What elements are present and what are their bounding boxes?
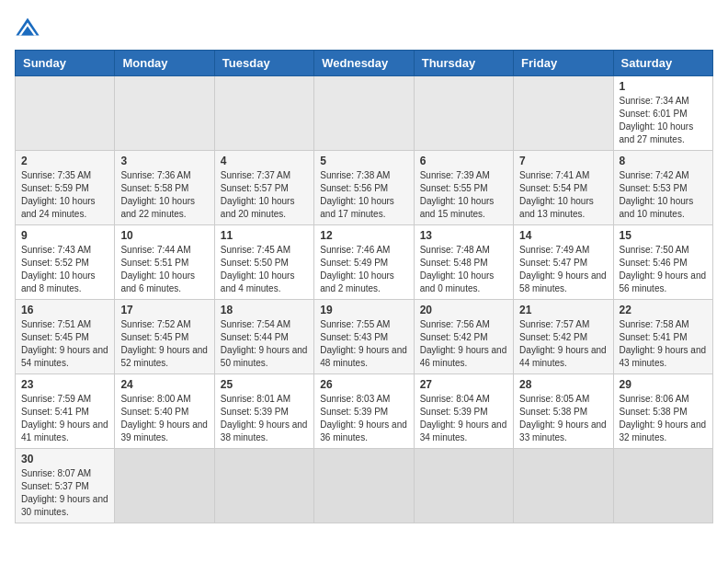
day-number: 26 — [320, 378, 407, 391]
day-cell — [613, 449, 712, 523]
header-day-sunday: Sunday — [16, 51, 115, 76]
header-day-wednesday: Wednesday — [314, 51, 414, 76]
day-number: 6 — [420, 155, 507, 167]
day-number: 2 — [21, 155, 108, 167]
day-cell: 26Sunrise: 8:03 AM Sunset: 5:39 PM Dayli… — [314, 374, 414, 449]
day-info: Sunrise: 7:44 AM Sunset: 5:51 PM Dayligh… — [120, 244, 208, 295]
day-cell — [16, 76, 115, 151]
day-number: 20 — [420, 304, 507, 316]
day-number: 7 — [519, 155, 607, 167]
day-info: Sunrise: 7:35 AM Sunset: 5:59 PM Dayligh… — [21, 169, 108, 221]
day-number: 24 — [120, 378, 208, 391]
day-number: 16 — [21, 304, 108, 316]
week-row-4: 23Sunrise: 7:59 AM Sunset: 5:41 PM Dayli… — [16, 374, 713, 449]
day-cell: 9Sunrise: 7:43 AM Sunset: 5:52 PM Daylig… — [16, 225, 115, 300]
day-info: Sunrise: 7:49 AM Sunset: 5:47 PM Dayligh… — [519, 244, 607, 295]
week-row-1: 2Sunrise: 7:35 AM Sunset: 5:59 PM Daylig… — [16, 151, 713, 225]
day-cell — [514, 449, 613, 523]
day-cell: 29Sunrise: 8:06 AM Sunset: 5:38 PM Dayli… — [613, 374, 712, 449]
header-day-thursday: Thursday — [414, 51, 513, 76]
header-day-tuesday: Tuesday — [214, 51, 313, 76]
day-info: Sunrise: 7:50 AM Sunset: 5:46 PM Dayligh… — [620, 244, 707, 295]
day-cell: 19Sunrise: 7:55 AM Sunset: 5:43 PM Dayli… — [314, 300, 414, 374]
day-cell: 5Sunrise: 7:38 AM Sunset: 5:56 PM Daylig… — [314, 151, 414, 225]
day-info: Sunrise: 7:37 AM Sunset: 5:57 PM Dayligh… — [221, 169, 308, 221]
calendar-table: SundayMondayTuesdayWednesdayThursdayFrid… — [15, 50, 713, 523]
day-cell: 20Sunrise: 7:56 AM Sunset: 5:42 PM Dayli… — [414, 300, 513, 374]
day-info: Sunrise: 7:57 AM Sunset: 5:42 PM Dayligh… — [519, 318, 607, 370]
day-cell: 17Sunrise: 7:52 AM Sunset: 5:45 PM Dayli… — [115, 300, 214, 374]
day-info: Sunrise: 8:03 AM Sunset: 5:39 PM Dayligh… — [320, 393, 407, 444]
calendar-body: 1Sunrise: 7:34 AM Sunset: 6:01 PM Daylig… — [16, 76, 713, 523]
day-number: 19 — [320, 304, 407, 316]
day-info: Sunrise: 7:43 AM Sunset: 5:52 PM Dayligh… — [21, 244, 108, 295]
day-cell — [414, 449, 513, 523]
day-info: Sunrise: 7:42 AM Sunset: 5:53 PM Dayligh… — [620, 169, 707, 221]
day-cell: 28Sunrise: 8:05 AM Sunset: 5:38 PM Dayli… — [514, 374, 613, 449]
day-info: Sunrise: 8:01 AM Sunset: 5:39 PM Dayligh… — [221, 393, 308, 444]
day-cell: 25Sunrise: 8:01 AM Sunset: 5:39 PM Dayli… — [214, 374, 313, 449]
day-cell — [414, 76, 513, 151]
week-row-0: 1Sunrise: 7:34 AM Sunset: 6:01 PM Daylig… — [16, 76, 713, 151]
day-number: 1 — [620, 80, 707, 93]
day-cell: 11Sunrise: 7:45 AM Sunset: 5:50 PM Dayli… — [214, 225, 313, 300]
day-cell: 24Sunrise: 8:00 AM Sunset: 5:40 PM Dayli… — [115, 374, 214, 449]
day-cell: 8Sunrise: 7:42 AM Sunset: 5:53 PM Daylig… — [613, 151, 712, 225]
day-cell: 16Sunrise: 7:51 AM Sunset: 5:45 PM Dayli… — [16, 300, 115, 374]
header-day-friday: Friday — [514, 51, 613, 76]
day-info: Sunrise: 8:06 AM Sunset: 5:38 PM Dayligh… — [620, 393, 707, 444]
day-info: Sunrise: 7:45 AM Sunset: 5:50 PM Dayligh… — [221, 244, 308, 295]
day-info: Sunrise: 7:41 AM Sunset: 5:54 PM Dayligh… — [519, 169, 607, 221]
day-cell: 12Sunrise: 7:46 AM Sunset: 5:49 PM Dayli… — [314, 225, 414, 300]
day-info: Sunrise: 8:07 AM Sunset: 5:37 PM Dayligh… — [21, 467, 108, 519]
day-cell — [115, 76, 214, 151]
day-cell — [314, 76, 414, 151]
day-number: 12 — [320, 229, 407, 242]
day-info: Sunrise: 7:36 AM Sunset: 5:58 PM Dayligh… — [120, 169, 208, 221]
logo — [15, 15, 44, 40]
day-info: Sunrise: 7:55 AM Sunset: 5:43 PM Dayligh… — [320, 318, 407, 370]
day-cell — [214, 76, 313, 151]
day-cell: 15Sunrise: 7:50 AM Sunset: 5:46 PM Dayli… — [613, 225, 712, 300]
day-number: 27 — [420, 378, 507, 391]
day-number: 3 — [120, 155, 208, 167]
day-number: 8 — [620, 155, 707, 167]
logo-icon — [15, 15, 40, 40]
day-cell: 18Sunrise: 7:54 AM Sunset: 5:44 PM Dayli… — [214, 300, 313, 374]
day-info: Sunrise: 8:04 AM Sunset: 5:39 PM Dayligh… — [420, 393, 507, 444]
day-cell: 23Sunrise: 7:59 AM Sunset: 5:41 PM Dayli… — [16, 374, 115, 449]
header-day-saturday: Saturday — [613, 51, 712, 76]
day-number: 30 — [21, 453, 108, 465]
day-cell — [314, 449, 414, 523]
day-info: Sunrise: 7:58 AM Sunset: 5:41 PM Dayligh… — [620, 318, 707, 370]
day-cell: 7Sunrise: 7:41 AM Sunset: 5:54 PM Daylig… — [514, 151, 613, 225]
day-info: Sunrise: 7:39 AM Sunset: 5:55 PM Dayligh… — [420, 169, 507, 221]
calendar-header: SundayMondayTuesdayWednesdayThursdayFrid… — [16, 51, 713, 76]
day-info: Sunrise: 7:54 AM Sunset: 5:44 PM Dayligh… — [221, 318, 308, 370]
day-number: 23 — [21, 378, 108, 391]
day-number: 5 — [320, 155, 407, 167]
day-number: 21 — [519, 304, 607, 316]
day-cell: 4Sunrise: 7:37 AM Sunset: 5:57 PM Daylig… — [214, 151, 313, 225]
day-info: Sunrise: 7:34 AM Sunset: 6:01 PM Dayligh… — [620, 95, 707, 146]
day-number: 17 — [120, 304, 208, 316]
day-cell: 22Sunrise: 7:58 AM Sunset: 5:41 PM Dayli… — [613, 300, 712, 374]
day-number: 9 — [21, 229, 108, 242]
day-cell — [115, 449, 214, 523]
day-number: 29 — [620, 378, 707, 391]
header-row: SundayMondayTuesdayWednesdayThursdayFrid… — [16, 51, 713, 76]
day-number: 11 — [221, 229, 308, 242]
day-info: Sunrise: 7:52 AM Sunset: 5:45 PM Dayligh… — [120, 318, 208, 370]
header-day-monday: Monday — [115, 51, 214, 76]
day-number: 14 — [519, 229, 607, 242]
week-row-5: 30Sunrise: 8:07 AM Sunset: 5:37 PM Dayli… — [16, 449, 713, 523]
day-cell: 1Sunrise: 7:34 AM Sunset: 6:01 PM Daylig… — [613, 76, 712, 151]
day-cell: 14Sunrise: 7:49 AM Sunset: 5:47 PM Dayli… — [514, 225, 613, 300]
week-row-2: 9Sunrise: 7:43 AM Sunset: 5:52 PM Daylig… — [16, 225, 713, 300]
day-cell: 10Sunrise: 7:44 AM Sunset: 5:51 PM Dayli… — [115, 225, 214, 300]
day-number: 22 — [620, 304, 707, 316]
day-cell: 21Sunrise: 7:57 AM Sunset: 5:42 PM Dayli… — [514, 300, 613, 374]
day-info: Sunrise: 7:59 AM Sunset: 5:41 PM Dayligh… — [21, 393, 108, 444]
day-number: 25 — [221, 378, 308, 391]
day-number: 4 — [221, 155, 308, 167]
